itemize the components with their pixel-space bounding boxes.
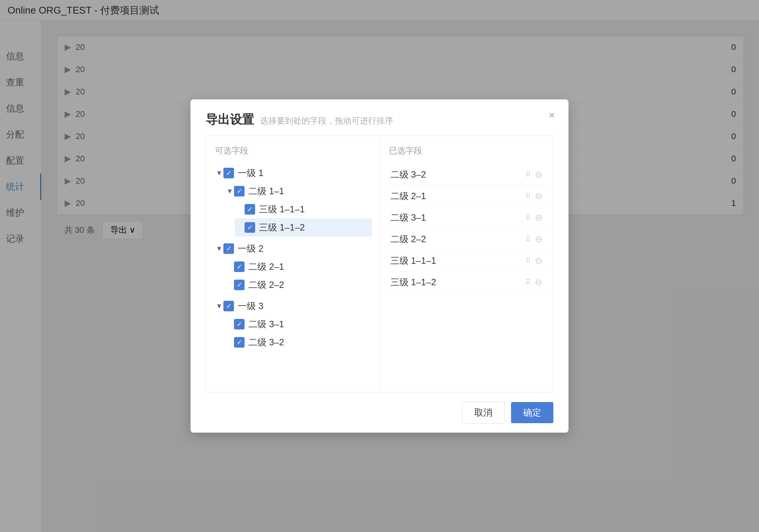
dialog-header: 导出设置 选择要到处的字段，拖动可进行排序 ×	[191, 99, 568, 136]
drag-handle-icon[interactable]: ⠿	[525, 170, 530, 179]
tree-item-level2-11[interactable]: ▼ ✓ 二级 1–1	[224, 182, 372, 200]
drag-handle-icon[interactable]: ⠿	[525, 256, 530, 265]
selected-item-label-5: 三级 1–1–2	[390, 276, 526, 288]
tree-label-level2-22: 二级 2–2	[248, 279, 370, 291]
tree-node-level1-3: ▼ ✓ 一级 3 ▶ ✓ 二级 3–1 ▶ ✓ 二级 3–2	[214, 297, 372, 351]
tree-children-level1-1: ▼ ✓ 二级 1–1 ▶ ✓ 三级 1–1–1	[214, 182, 372, 237]
tree-node-level1-1: ▼ ✓ 一级 1 ▼ ✓ 二级 1–1	[214, 164, 372, 237]
tree-item-level1-3[interactable]: ▼ ✓ 一级 3	[214, 297, 372, 315]
tree-node-level2-11: ▼ ✓ 二级 1–1 ▶ ✓ 三级 1–1–1	[224, 182, 372, 237]
checkbox-level2-32[interactable]: ✓	[234, 337, 245, 348]
dialog-body: 可选字段 ▼ ✓ 一级 1 ▼ ✓ 二级 1–	[206, 136, 553, 393]
tree-item-level2-21[interactable]: ▶ ✓ 二级 2–1	[224, 258, 372, 276]
tree-label-level2-11: 二级 1–1	[248, 185, 370, 197]
expand-arrow-icon: ▼	[216, 245, 223, 253]
tree-item-level3-112[interactable]: ▶ ✓ 三级 1–1–2	[235, 218, 372, 237]
dialog-title: 导出设置	[206, 111, 254, 128]
tree-item-level3-111[interactable]: ▶ ✓ 三级 1–1–1	[235, 200, 372, 218]
selected-item-4: 三级 1–1–1 ⠿ ⊖	[387, 250, 546, 272]
confirm-button[interactable]: 确定	[511, 402, 553, 423]
tree-label-level1-3: 一级 3	[238, 300, 370, 312]
remove-item-button-0[interactable]: ⊖	[535, 169, 542, 180]
tree-grandchildren-11: ▶ ✓ 三级 1–1–1 ▶ ✓ 三级 1–1–2	[224, 200, 372, 237]
selected-item-label-1: 二级 2–1	[390, 190, 526, 202]
expand-arrow-icon: ▼	[226, 187, 234, 195]
dialog-footer: 取消 确定	[191, 393, 568, 433]
selected-item-label-3: 二级 2–2	[390, 233, 526, 245]
cancel-button[interactable]: 取消	[462, 402, 505, 424]
remove-item-button-5[interactable]: ⊖	[535, 277, 542, 288]
drag-handle-icon[interactable]: ⠿	[525, 213, 530, 222]
checkbox-level2-21[interactable]: ✓	[234, 261, 245, 272]
tree-label-level3-112: 三级 1–1–2	[259, 221, 370, 234]
checkbox-level2-31[interactable]: ✓	[234, 319, 245, 329]
available-fields-panel: 可选字段 ▼ ✓ 一级 1 ▼ ✓ 二级 1–	[206, 136, 380, 392]
checkbox-level1-2[interactable]: ✓	[223, 243, 234, 254]
tree-children-level1-3: ▶ ✓ 二级 3–1 ▶ ✓ 二级 3–2	[214, 315, 372, 351]
checkbox-level1-3[interactable]: ✓	[223, 301, 234, 311]
checkbox-level3-112[interactable]: ✓	[245, 222, 255, 233]
remove-item-button-4[interactable]: ⊖	[535, 255, 542, 266]
selected-item-5: 三级 1–1–2 ⠿ ⊖	[387, 272, 546, 293]
drag-handle-icon[interactable]: ⠿	[525, 278, 530, 287]
tree-label-level2-32: 二级 3–2	[248, 336, 370, 348]
expand-arrow-icon: ▼	[216, 169, 223, 177]
selected-item-2: 二级 3–1 ⠿ ⊖	[387, 207, 546, 229]
tree-item-level1-2[interactable]: ▼ ✓ 一级 2	[214, 240, 372, 258]
selected-item-1: 二级 2–1 ⠿ ⊖	[387, 186, 546, 207]
selected-item-0: 二级 3–2 ⠿ ⊖	[387, 164, 546, 186]
selected-item-label-0: 二级 3–2	[390, 169, 526, 181]
drag-handle-icon[interactable]: ⠿	[525, 192, 530, 201]
dialog-subtitle: 选择要到处的字段，拖动可进行排序	[260, 115, 393, 127]
remove-item-button-1[interactable]: ⊖	[535, 191, 542, 201]
selected-fields-label: 已选字段	[387, 145, 546, 156]
checkbox-level2-11[interactable]: ✓	[234, 186, 245, 196]
tree-item-level2-22[interactable]: ▶ ✓ 二级 2–2	[224, 276, 372, 294]
expand-arrow-icon: ▼	[216, 302, 223, 310]
selected-item-label-2: 二级 3–1	[390, 212, 526, 224]
remove-item-button-2[interactable]: ⊖	[535, 212, 542, 223]
tree-label-level2-21: 二级 2–1	[248, 261, 370, 273]
tree-item-level2-31[interactable]: ▶ ✓ 二级 3–1	[224, 315, 372, 333]
export-settings-dialog: 导出设置 选择要到处的字段，拖动可进行排序 × 可选字段 ▼ ✓ 一级 1	[191, 99, 568, 433]
tree-label-level3-111: 三级 1–1–1	[259, 203, 370, 215]
tree-children-level1-2: ▶ ✓ 二级 2–1 ▶ ✓ 二级 2–2	[214, 258, 372, 294]
selected-fields-panel: 已选字段 二级 3–2 ⠿ ⊖ 二级 2–1 ⠿ ⊖ 二级 3–1 ⠿ ⊖	[380, 136, 553, 392]
available-fields-label: 可选字段	[214, 145, 372, 156]
drag-handle-icon[interactable]: ⠿	[525, 235, 530, 244]
dialog-close-button[interactable]: ×	[549, 110, 555, 121]
tree-item-level1-1[interactable]: ▼ ✓ 一级 1	[214, 164, 372, 182]
tree-item-level2-32[interactable]: ▶ ✓ 二级 3–2	[224, 333, 372, 351]
tree-label-level1-2: 一级 2	[238, 243, 370, 255]
modal-overlay: 导出设置 选择要到处的字段，拖动可进行排序 × 可选字段 ▼ ✓ 一级 1	[0, 0, 759, 532]
tree-label-level2-31: 二级 3–1	[248, 318, 370, 330]
checkbox-level1-1[interactable]: ✓	[223, 168, 234, 178]
tree-label-level1-1: 一级 1	[238, 167, 370, 179]
selected-item-3: 二级 2–2 ⠿ ⊖	[387, 229, 546, 250]
checkbox-level3-111[interactable]: ✓	[245, 204, 255, 215]
checkbox-level2-22[interactable]: ✓	[234, 280, 245, 290]
remove-item-button-3[interactable]: ⊖	[535, 234, 542, 244]
selected-item-label-4: 三级 1–1–1	[390, 255, 526, 267]
tree-node-level1-2: ▼ ✓ 一级 2 ▶ ✓ 二级 2–1 ▶ ✓ 二级 2–2	[214, 240, 372, 294]
